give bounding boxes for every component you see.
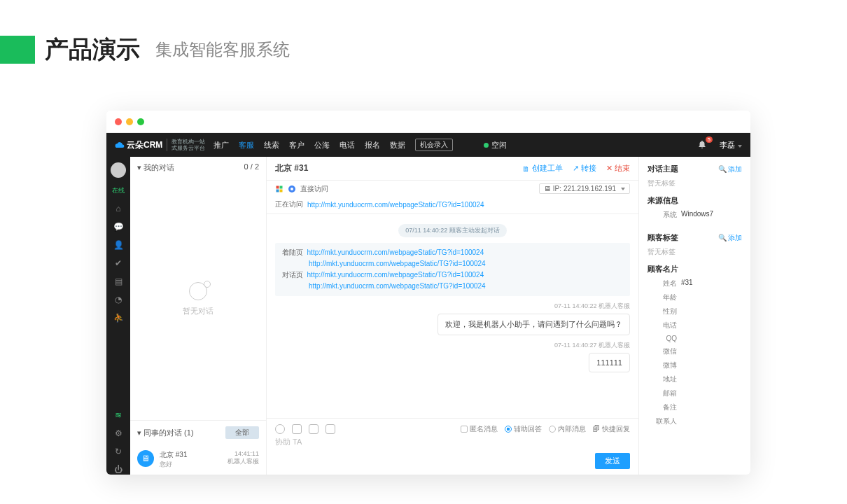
- no-cust-tag: 暂无标签: [648, 247, 742, 257]
- window-chrome: [106, 111, 750, 133]
- my-conv-count: 0 / 2: [244, 162, 259, 173]
- add-cust-tag-button[interactable]: 🔍 添加: [718, 233, 742, 243]
- pie-icon[interactable]: ◔: [113, 295, 123, 304]
- end-button[interactable]: ✕ 结束: [606, 163, 630, 174]
- svg-point-1: [290, 188, 293, 190]
- status-indicator[interactable]: 空闲: [484, 140, 507, 150]
- internal-radio[interactable]: 内部消息: [549, 424, 586, 434]
- logo[interactable]: 云朵CRM 教育机构一站式服务云平台: [115, 139, 205, 151]
- conversation-item[interactable]: 🖥 北京 #31 您好 14:41:11 机器人客服: [130, 444, 266, 475]
- bot-message-1: 欢迎，我是机器人小助手，请问遇到了什么问题吗？: [438, 314, 630, 335]
- nav-promo[interactable]: 推广: [214, 140, 229, 150]
- card-title: 顾客名片: [648, 264, 678, 274]
- anon-checkbox[interactable]: 匿名消息: [461, 424, 498, 434]
- chat-title: 北京 #31: [275, 162, 308, 174]
- link-card: 着陆页 http://mkt.yunduocrm.com/webpageStat…: [275, 243, 630, 296]
- notifications-button[interactable]: 5: [697, 139, 707, 150]
- colleague-title[interactable]: ▾ 同事的对话 (1): [137, 428, 194, 438]
- zoom-dot[interactable]: [137, 118, 144, 125]
- attach-icon[interactable]: [309, 424, 318, 434]
- slide-subtitle: 集成智能客服系统: [155, 38, 290, 61]
- slide-title: 产品演示: [45, 34, 140, 66]
- transfer-button[interactable]: ↗ 转接: [573, 163, 596, 174]
- dialog-link-2[interactable]: http://mkt.yunduocrm.com/webpageStatic/T…: [309, 282, 486, 290]
- icon-rail: 在线 ⌂ 💬 👤 ✔ ▤ ◔ ⛹ ≋ ⚙ ↻ ⏻: [106, 157, 130, 475]
- landing-link-1[interactable]: http://mkt.yunduocrm.com/webpageStatic/T…: [307, 248, 484, 256]
- nav-leads[interactable]: 线索: [264, 140, 279, 150]
- nav-pool[interactable]: 公海: [314, 140, 330, 150]
- nav-data[interactable]: 数据: [390, 140, 405, 150]
- app-window: 云朵CRM 教育机构一站式服务云平台 推广 客服 线索 客户 公海 电话 报名 …: [106, 111, 750, 475]
- cloud-icon: [115, 140, 125, 150]
- chat-icon[interactable]: 💬: [113, 222, 123, 232]
- landing-link-2[interactable]: http://mkt.yunduocrm.com/webpageStatic/T…: [309, 260, 486, 267]
- time-pill: 07/11 14:40:22 顾客主动发起对话: [398, 224, 507, 237]
- visiting-label: 正在访问: [275, 200, 303, 209]
- nav-service[interactable]: 客服: [239, 140, 254, 150]
- no-topic-tag: 暂无标签: [648, 178, 742, 188]
- chat-panel: 北京 #31 🗎 创建工单 ↗ 转接 ✕ 结束 直接访问 🖥 IP: 221.2…: [267, 157, 638, 475]
- add-topic-button[interactable]: 🔍 添加: [718, 164, 742, 174]
- notif-badge: 5: [706, 136, 713, 143]
- topic-title: 对话主题: [648, 164, 678, 174]
- nav-customers[interactable]: 客户: [289, 140, 304, 150]
- create-ticket-button[interactable]: 🗎 创建工单: [522, 163, 563, 174]
- refresh-icon[interactable]: ↻: [113, 447, 123, 456]
- empty-state: 暂无对话: [130, 178, 266, 420]
- chrome-icon: [288, 185, 296, 193]
- all-button[interactable]: 全部: [225, 426, 259, 439]
- monitor-icon: 🖥: [137, 450, 154, 467]
- quick-reply-button[interactable]: 🗐 快捷回复: [593, 424, 630, 434]
- record-button[interactable]: 机会录入: [415, 139, 453, 151]
- my-conv-title: ▾ 我的对话: [137, 162, 174, 173]
- minimize-dot[interactable]: [126, 118, 133, 125]
- user-menu[interactable]: 李磊: [720, 140, 742, 150]
- direct-visit-label: 直接访问: [300, 184, 328, 194]
- person-icon[interactable]: 👤: [113, 240, 123, 250]
- online-status: 在线: [112, 186, 125, 195]
- home-icon[interactable]: ⌂: [113, 204, 123, 214]
- gear-icon[interactable]: ⚙: [113, 428, 123, 438]
- nav-signup[interactable]: 报名: [365, 140, 380, 150]
- side-panel: 对话主题 🔍 添加 暂无标签 来源信息 系统Windows7 顾客标签 🔍 添加…: [638, 157, 750, 475]
- assist-radio[interactable]: 辅助回答: [505, 424, 542, 434]
- check-icon[interactable]: ✔: [113, 258, 123, 268]
- send-button[interactable]: 发送: [595, 453, 630, 469]
- group-icon[interactable]: ⛹: [113, 313, 123, 323]
- empty-icon: [189, 282, 207, 300]
- chat-input-bar: 匿名消息 辅助回答 内部消息 🗐 快捷回复 协助 TA 发送: [267, 418, 638, 475]
- msg-meta-1: 07-11 14:40:22 机器人客服: [275, 302, 630, 311]
- source-title: 来源信息: [648, 195, 678, 206]
- close-dot[interactable]: [115, 118, 122, 125]
- dialog-link-1[interactable]: http://mkt.yunduocrm.com/webpageStatic/T…: [307, 271, 484, 279]
- wifi-icon[interactable]: ≋: [113, 410, 123, 420]
- nav-phone[interactable]: 电话: [340, 140, 355, 150]
- msg-meta-2: 07-11 14:40:27 机器人客服: [275, 341, 630, 350]
- title-accent: [0, 36, 35, 64]
- calendar-icon[interactable]: ▤: [113, 276, 123, 286]
- chat-scroll[interactable]: 07/11 14:40:22 顾客主动发起对话 着陆页 http://mkt.y…: [267, 214, 638, 418]
- cust-tag-title: 顾客标签: [648, 232, 678, 243]
- image-icon[interactable]: [292, 424, 302, 434]
- ip-box[interactable]: 🖥 IP: 221.219.162.191: [539, 183, 630, 194]
- top-nav: 云朵CRM 教育机构一站式服务云平台 推广 客服 线索 客户 公海 电话 报名 …: [106, 133, 750, 157]
- emoji-icon[interactable]: [275, 424, 285, 434]
- visiting-link[interactable]: http://mkt.yunduocrm.com/webpageStatic/T…: [307, 201, 484, 209]
- power-icon[interactable]: ⏻: [113, 465, 123, 475]
- windows-icon: [275, 185, 284, 193]
- conversation-panel: ▾ 我的对话 0 / 2 暂无对话 ▾ 同事的对话 (1) 全部 🖥 北京 #3…: [130, 157, 267, 475]
- bot-message-2: 111111: [589, 353, 630, 372]
- message-input[interactable]: 协助 TA: [275, 437, 630, 447]
- avatar[interactable]: [111, 162, 126, 178]
- thumb-icon[interactable]: [326, 424, 335, 434]
